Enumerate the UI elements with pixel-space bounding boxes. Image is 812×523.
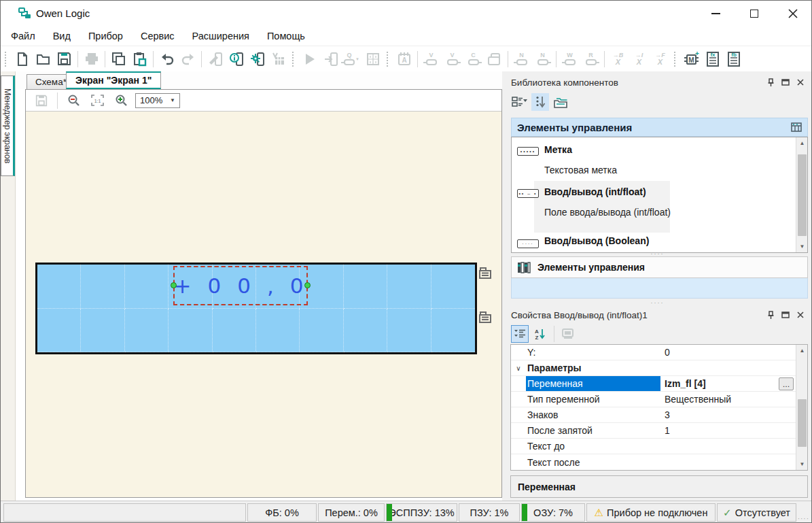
create-macro-button[interactable]: M+ (682, 49, 701, 69)
pin-button[interactable] (763, 76, 778, 88)
float-window-button[interactable] (778, 76, 793, 88)
minimize-button[interactable] (696, 1, 735, 27)
online-debug-button[interactable] (321, 49, 340, 69)
variable-browse-button[interactable]: … (779, 377, 794, 390)
new-document-button[interactable] (12, 49, 32, 69)
property-value[interactable]: 1 (660, 423, 807, 438)
property-category-parameters[interactable]: ∨ Параметры (511, 360, 807, 376)
open-document-button[interactable] (33, 49, 53, 69)
undo-button[interactable] (157, 49, 177, 69)
zoom-level-dropdown[interactable]: 100% ▼ (135, 93, 180, 108)
insert-network-output-button[interactable]: N (533, 49, 552, 69)
duplicate-screen-button[interactable] (484, 49, 504, 69)
io-display-element[interactable]: +00,0 (173, 266, 308, 305)
zoom-one-to-one-button[interactable]: 1:1 (88, 90, 107, 111)
screen-manager-tab[interactable]: Менеджер экранов (1, 75, 15, 176)
device-settings-button[interactable] (247, 49, 267, 69)
categorized-view-button[interactable] (511, 325, 529, 343)
convert-to-bool-button[interactable]: →BX (608, 49, 628, 69)
convert-to-int-button[interactable]: →IX (629, 49, 649, 69)
property-label[interactable]: Знаков (526, 407, 660, 422)
print-button[interactable] (82, 49, 101, 69)
insert-constant-button[interactable]: C (463, 49, 483, 69)
float-window-button[interactable] (778, 309, 793, 321)
property-row-decimals[interactable]: После запятой 1 (511, 423, 807, 439)
property-value[interactable] (660, 439, 807, 454)
copy-button[interactable] (109, 49, 128, 69)
resize-handle-right[interactable] (304, 282, 311, 288)
properties-scrollbar[interactable]: ▲ ▼ (796, 345, 807, 470)
toolbar-grip[interactable] (674, 52, 677, 67)
resize-handle-left[interactable] (171, 282, 177, 288)
collapse-chevron-icon[interactable]: ∨ (511, 360, 526, 375)
table-view-icon[interactable] (791, 122, 802, 132)
close-panel-button[interactable] (793, 309, 808, 321)
write-to-device-button[interactable] (205, 49, 225, 69)
splitter-grip[interactable]: ···· (502, 300, 812, 305)
library-section-header[interactable]: Элементы управления (511, 118, 808, 137)
device-information-button[interactable] (226, 49, 246, 69)
toolbar-grip[interactable] (292, 52, 296, 67)
menu-file[interactable]: Файл (2, 28, 44, 44)
close-button[interactable] (774, 1, 812, 27)
insert-write-variable-button[interactable]: W (560, 49, 580, 69)
paste-button[interactable] (130, 49, 149, 69)
property-label[interactable]: Текст после (526, 454, 660, 470)
pin-button[interactable] (763, 309, 778, 321)
row-2-properties-button[interactable] (478, 311, 492, 324)
scroll-up-icon[interactable]: ▲ (796, 345, 808, 356)
function-block-editor-button[interactable]: fb (724, 49, 743, 69)
insert-network-input-button[interactable]: N (512, 49, 531, 69)
property-row-text-after[interactable]: Текст после (511, 454, 807, 470)
device-screen-area[interactable]: +00,0 (35, 263, 477, 354)
property-value[interactable] (660, 454, 807, 470)
property-row-text-before[interactable]: Текст до (511, 439, 807, 454)
display-grid-button[interactable] (363, 49, 383, 69)
property-label[interactable]: После запятой (526, 423, 660, 438)
property-label[interactable]: Y: (526, 345, 660, 360)
scroll-up-icon[interactable]: ▲ (796, 137, 808, 149)
scroll-thumb[interactable] (798, 154, 807, 236)
save-button[interactable] (54, 49, 74, 69)
sort-button[interactable] (531, 93, 549, 111)
start-simulation-button[interactable] (300, 49, 319, 69)
library-scrollbar[interactable]: ▲ ▼ (796, 137, 807, 252)
group-folders-button[interactable] (552, 93, 569, 111)
splitter-grip[interactable]: ···· (502, 251, 812, 256)
device-variable-table-button[interactable] (268, 49, 288, 69)
property-row-y[interactable]: Y: 0 (511, 345, 807, 360)
tab-screen-1[interactable]: Экран "Экран 1" (66, 71, 161, 89)
insert-output-v-button[interactable]: V (442, 49, 462, 69)
alphabetical-sort-button[interactable]: AZ (531, 325, 549, 343)
convert-to-float-button[interactable]: →FX (650, 49, 670, 69)
menu-service[interactable]: Сервис (132, 28, 183, 44)
maximize-button[interactable] (735, 1, 773, 27)
property-label[interactable]: Тип переменной (526, 392, 660, 407)
zoom-out-button[interactable] (64, 90, 84, 111)
menu-help[interactable]: Помощь (258, 28, 314, 44)
clock-schedule-button[interactable]: A (394, 49, 414, 69)
property-pages-button[interactable] (559, 325, 577, 343)
property-row-digits[interactable]: Знаков 3 (511, 407, 807, 423)
insert-read-variable-button[interactable]: R (581, 49, 601, 69)
property-row-variable[interactable]: Переменная Izm_fl [4] … (511, 376, 807, 392)
scroll-down-icon[interactable]: ▼ (796, 458, 808, 470)
editor-canvas[interactable]: +00,0 (26, 112, 501, 497)
selected-category-row[interactable] (511, 278, 808, 299)
property-value[interactable]: Вещественный (660, 392, 807, 407)
property-value[interactable]: 0 (660, 345, 807, 360)
insert-input-v-button[interactable]: V (421, 49, 441, 69)
function-block-q-button[interactable]: Q▼ (342, 49, 361, 69)
property-label[interactable]: Переменная (526, 376, 660, 391)
zoom-in-button[interactable] (111, 90, 131, 111)
toolbar-grip[interactable] (5, 52, 8, 67)
menu-device[interactable]: Прибор (80, 28, 132, 44)
toolbar-grip[interactable] (387, 52, 390, 67)
library-category-row[interactable]: Элементы управления (511, 256, 808, 278)
resize-grip[interactable]: ···· (798, 515, 809, 522)
property-label[interactable]: Текст до (526, 439, 660, 454)
function-editor-button[interactable]: fx (703, 49, 722, 69)
row-1-properties-button[interactable] (478, 267, 492, 280)
redo-button[interactable] (178, 49, 198, 69)
menu-view[interactable]: Вид (44, 28, 80, 44)
